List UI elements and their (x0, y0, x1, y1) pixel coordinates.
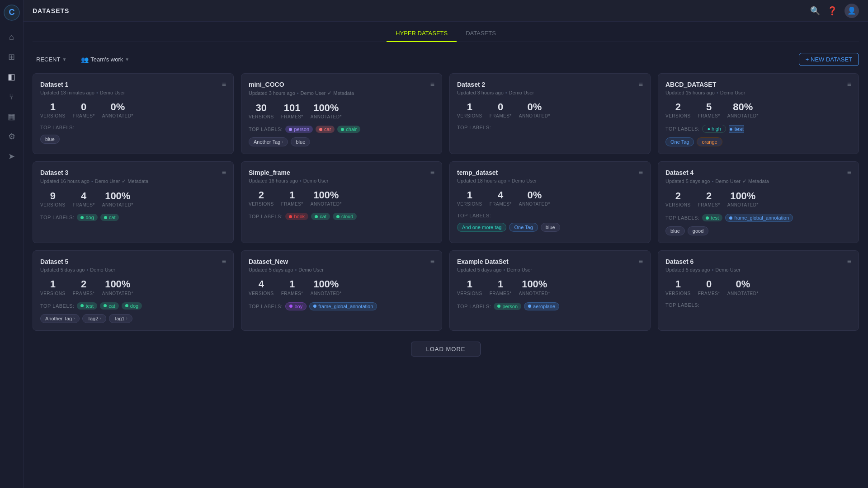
recent-filter[interactable]: RECENT ▼ (33, 54, 70, 65)
stat-annotated: 100% ANNOTATED* (102, 279, 133, 296)
load-more-button[interactable]: LOAD MORE (411, 342, 480, 357)
recent-chevron-icon: ▼ (62, 57, 66, 62)
stat-annotated: 100% ANNOTATED* (519, 279, 550, 296)
card-title: Dataset 3 (40, 169, 68, 176)
dataset-card-abcd[interactable]: ABCD_DATASET ≡ Updated 15 hours ago • De… (658, 73, 859, 154)
stat-frames: 2 FRAMES* (698, 191, 720, 207)
top-labels-row: TOP LABELS: boy frame_global_annotation (249, 302, 434, 310)
card-menu-icon[interactable]: ≡ (222, 81, 226, 88)
card-meta: Updated 5 days ago • Demo User ✓ Metadat… (665, 178, 851, 184)
stat-annotated: 100% ANNOTATED* (311, 103, 342, 119)
dataset-card-dataset4[interactable]: Dataset 4 ≡ Updated 5 days ago • Demo Us… (658, 161, 859, 243)
card-meta: Updated 3 hours ago • Demo User (457, 90, 643, 95)
label-chip-person: person (494, 303, 521, 310)
tag-pill-another: Another Tag › (249, 137, 288, 146)
dataset-card-dataset1[interactable]: Dataset 1 ≡ Updated 13 minutes ago • Dem… (33, 73, 234, 154)
stat-frames: 101 FRAMES* (281, 103, 303, 119)
tags-row: blue (40, 135, 226, 144)
stats-row: 1 VERSIONS 2 FRAMES* 100% ANNOTATED* (40, 279, 226, 296)
top-labels-row: TOP LABELS: (40, 125, 226, 130)
card-menu-icon[interactable]: ≡ (639, 169, 643, 176)
user-avatar[interactable]: 👤 (844, 4, 859, 18)
stat-versions: 1 VERSIONS (40, 102, 66, 118)
tags-row: Another Tag › blue (249, 137, 434, 146)
dataset-card-example[interactable]: Example DataSet ≡ Updated 5 days ago • D… (449, 250, 651, 330)
card-menu-icon[interactable]: ≡ (847, 258, 851, 265)
tag-pill: blue (40, 135, 60, 144)
app-logo[interactable]: C (4, 5, 20, 21)
stat-frames: 1 FRAMES* (281, 279, 303, 296)
label-chip-cat: cat (100, 214, 119, 221)
teams-chevron-icon: ▼ (125, 57, 129, 62)
sidebar-person-icon[interactable]: ⚙ (4, 128, 20, 145)
sidebar-table-icon[interactable]: ▦ (4, 108, 20, 125)
dataset-card-simple-frame[interactable]: Simple_frame ≡ Updated 16 hours ago • De… (241, 161, 442, 243)
card-header: Dataset 2 ≡ (457, 81, 643, 88)
help-icon[interactable]: ❓ (827, 6, 837, 16)
new-dataset-button[interactable]: + NEW DATASET (799, 53, 859, 66)
sidebar: C ⌂ ⊞ ◧ ⑂ ▦ ⚙ ➤ (0, 0, 24, 488)
dataset-card-dataset5[interactable]: Dataset 5 ≡ Updated 5 days ago • Demo Us… (33, 250, 234, 330)
card-title: Dataset 1 (40, 81, 68, 88)
stat-versions: 1 VERSIONS (457, 279, 482, 296)
dataset-card-mini-coco[interactable]: mini_COCO ≡ Updated 3 hours ago • Demo U… (241, 73, 442, 154)
sidebar-grid-icon[interactable]: ⊞ (4, 49, 20, 65)
label-chip-aeroplane: aeroplane (524, 302, 559, 310)
tab-datasets[interactable]: DATASETS (457, 25, 505, 42)
card-menu-icon[interactable]: ≡ (847, 81, 851, 88)
dataset-card-dataset2[interactable]: Dataset 2 ≡ Updated 3 hours ago • Demo U… (449, 73, 651, 154)
teams-filter[interactable]: 👥 Team's work ▼ (77, 54, 133, 65)
card-title: Example DataSet (457, 258, 509, 265)
svg-text:C: C (9, 8, 14, 17)
card-header: Dataset 1 ≡ (40, 81, 226, 88)
card-menu-icon[interactable]: ≡ (639, 81, 643, 88)
stat-versions: 4 VERSIONS (249, 279, 274, 296)
sidebar-send-icon[interactable]: ➤ (4, 148, 20, 164)
metadata-badge: ✓ Metadata (327, 90, 354, 96)
card-title: mini_COCO (249, 81, 284, 88)
search-icon[interactable]: 🔍 (810, 6, 820, 16)
card-menu-icon[interactable]: ≡ (639, 258, 643, 265)
stats-row: 9 VERSIONS 4 FRAMES* 100% ANNOTATED* (40, 191, 226, 207)
top-labels-row: TOP LABELS: (665, 302, 851, 308)
card-menu-icon[interactable]: ≡ (430, 258, 434, 265)
card-meta: Updated 5 days ago • Demo User (665, 267, 851, 272)
tag-pill-tag2: Tag2 › (82, 314, 106, 323)
dataset-card-dataset6[interactable]: Dataset 6 ≡ Updated 5 days ago • Demo Us… (658, 250, 859, 330)
card-header: Dataset 4 ≡ (665, 169, 851, 176)
stat-frames: 4 FRAMES* (73, 191, 95, 207)
card-title: Dataset_New (249, 258, 288, 265)
card-header: ABCD_DATASET ≡ (665, 81, 851, 88)
card-menu-icon[interactable]: ≡ (847, 169, 851, 176)
label-chip-dog: dog (77, 214, 97, 221)
label-chip-person: person (285, 126, 313, 133)
top-labels-row: TOP LABELS: person aeroplane (457, 302, 643, 310)
top-labels-row: TOP LABELS: test frame_global_annotation (665, 214, 851, 222)
tab-hyper-datasets[interactable]: HYPER DATASETS (387, 25, 457, 42)
label-chip-cat: cat (100, 302, 119, 310)
page-title: DATASETS (33, 7, 69, 14)
stat-annotated: 100% ANNOTATED* (311, 279, 342, 296)
sidebar-branch-icon[interactable]: ⑂ (4, 89, 20, 105)
label-chip-test: test (77, 302, 97, 310)
dataset-card-temp[interactable]: temp_dataset ≡ Updated 18 hours ago • De… (449, 161, 651, 243)
card-menu-icon[interactable]: ≡ (222, 169, 226, 176)
card-menu-icon[interactable]: ≡ (430, 169, 434, 176)
card-menu-icon[interactable]: ≡ (430, 81, 434, 88)
metadata-badge: ✓ Metadata (742, 178, 769, 184)
sidebar-layers-icon[interactable]: ◧ (4, 69, 20, 85)
card-header: temp_dataset ≡ (457, 169, 643, 176)
card-title: Dataset 4 (665, 169, 693, 176)
card-title: ABCD_DATASET (665, 81, 716, 88)
card-header: mini_COCO ≡ (249, 81, 434, 88)
top-labels-row: TOP LABELS: (457, 125, 643, 130)
topbar: DATASETS 🔍 ❓ 👤 (24, 0, 868, 22)
top-labels-row: TOP LABELS: (457, 213, 643, 218)
stat-frames: 0 FRAMES* (698, 279, 720, 296)
dataset-card-dataset-new[interactable]: Dataset_New ≡ Updated 5 days ago • Demo … (241, 250, 442, 330)
sidebar-home-icon[interactable]: ⌂ (4, 29, 20, 45)
dataset-card-dataset3[interactable]: Dataset 3 ≡ Updated 16 hours ago • Demo … (33, 161, 234, 243)
teams-label: Team's work (90, 56, 123, 63)
card-menu-icon[interactable]: ≡ (222, 258, 226, 265)
card-header: Dataset 6 ≡ (665, 258, 851, 265)
